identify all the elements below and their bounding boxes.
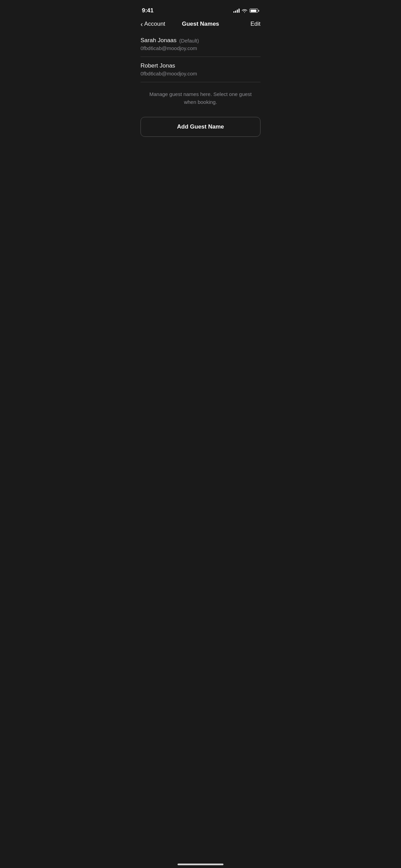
nav-bar: ‹ Account Guest Names Edit — [134, 16, 267, 32]
back-button[interactable]: ‹ Account — [141, 21, 168, 27]
status-time: 9:41 — [142, 7, 154, 14]
status-bar: 9:41 — [134, 0, 267, 16]
guest-name-robert: Robert Jonas — [141, 62, 175, 69]
back-chevron-icon: ‹ — [141, 21, 143, 27]
guest-item-robert: Robert Jonas 0fbd6cab@moodjoy.com — [134, 57, 267, 82]
back-label: Account — [144, 21, 165, 27]
battery-icon — [250, 9, 259, 13]
signal-icon — [233, 9, 240, 13]
page-title: Guest Names — [182, 21, 219, 27]
guest-default-badge: (Default) — [179, 38, 199, 44]
add-guest-button[interactable]: Add Guest Name — [141, 117, 260, 137]
guest-name-row-robert: Robert Jonas — [141, 62, 260, 69]
status-icons — [233, 9, 259, 13]
guest-item-sarah: Sarah Jonaas (Default) 0fbd6cab@moodjoy.… — [134, 32, 267, 57]
wifi-icon — [242, 9, 247, 13]
guest-email-sarah: 0fbd6cab@moodjoy.com — [141, 45, 260, 51]
guest-list: Sarah Jonaas (Default) 0fbd6cab@moodjoy.… — [134, 32, 267, 82]
info-text: Manage guest names here. Select one gues… — [147, 91, 254, 106]
edit-button[interactable]: Edit — [247, 21, 260, 27]
guest-name-sarah: Sarah Jonaas — [141, 37, 177, 44]
add-button-section: Add Guest Name — [134, 114, 267, 145]
info-section: Manage guest names here. Select one gues… — [134, 82, 267, 114]
guest-email-robert: 0fbd6cab@moodjoy.com — [141, 71, 260, 76]
guest-name-row-sarah: Sarah Jonaas (Default) — [141, 37, 260, 44]
